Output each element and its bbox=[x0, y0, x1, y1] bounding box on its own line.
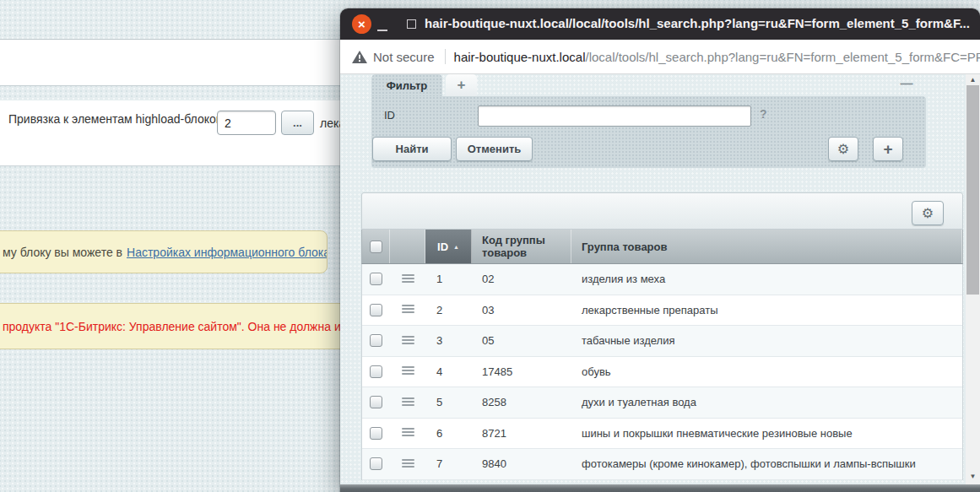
table-row[interactable]: 5 8258 духи и туалетная вода bbox=[362, 387, 962, 419]
row-checkbox[interactable] bbox=[370, 273, 382, 285]
find-button[interactable]: Найти bbox=[372, 137, 452, 161]
cell-group: духи и туалетная вода bbox=[571, 387, 962, 418]
row-checkbox[interactable] bbox=[370, 365, 382, 378]
cell-code: 8258 bbox=[472, 387, 571, 418]
row-checkbox-cell bbox=[362, 357, 390, 387]
url-text[interactable]: hair-boutique-nuxt.local/local/tools/hl_… bbox=[454, 50, 980, 64]
row-menu-icon[interactable] bbox=[402, 428, 414, 430]
cell-code: 05 bbox=[472, 326, 571, 356]
row-menu-icon[interactable] bbox=[402, 274, 414, 276]
sort-asc-icon: ▲ bbox=[453, 244, 459, 250]
filter-panel: ID ? Найти Отменить ⚙ + bbox=[371, 96, 926, 168]
row-menu-icon[interactable] bbox=[402, 397, 414, 399]
filter-collapse-button[interactable]: — bbox=[897, 76, 916, 93]
cell-group: фотокамеры (кроме кинокамер), фотовспышк… bbox=[571, 449, 962, 479]
row-menu-icon[interactable] bbox=[402, 336, 414, 338]
cancel-button[interactable]: Отменить bbox=[456, 137, 533, 161]
column-header-id[interactable]: ID ▲ bbox=[425, 230, 472, 263]
scroll-down-icon[interactable]: ▼ bbox=[966, 473, 980, 480]
table-row[interactable]: 3 05 табачные изделия bbox=[362, 326, 962, 357]
scroll-up-icon[interactable]: ▲ bbox=[966, 76, 980, 84]
column-header-group[interactable]: Группа товаров bbox=[571, 230, 962, 263]
row-checkbox-cell bbox=[362, 326, 390, 356]
highload-binding-input[interactable] bbox=[217, 111, 276, 135]
column-header-id-label: ID bbox=[437, 241, 448, 253]
row-checkbox-cell bbox=[362, 295, 390, 326]
filter-id-input[interactable] bbox=[478, 105, 751, 127]
cell-id: 1 bbox=[425, 264, 472, 295]
row-checkbox-cell bbox=[362, 264, 390, 295]
row-menu-header-cell bbox=[390, 230, 425, 263]
cell-group: обувь bbox=[571, 357, 962, 387]
row-checkbox-cell bbox=[362, 387, 390, 418]
row-checkbox-cell bbox=[362, 419, 390, 449]
grid-header-row: ID ▲ Код группы товаров Группа товаров bbox=[361, 230, 963, 264]
scrollbar[interactable]: ▲ ▼ bbox=[966, 74, 980, 484]
cell-code: 02 bbox=[472, 264, 571, 295]
column-header-code-label: Код группы товаров bbox=[482, 234, 571, 259]
cell-id: 2 bbox=[425, 295, 472, 326]
filter-tab-label: Фильтр bbox=[387, 79, 428, 92]
select-all-cell bbox=[362, 230, 390, 263]
url-host: hair-boutique-nuxt.local bbox=[454, 50, 586, 64]
filter-add-tab-button[interactable]: + bbox=[446, 74, 477, 96]
grid-toolbar: ⚙ bbox=[361, 192, 963, 230]
table-row[interactable]: 1 02 изделия из меха bbox=[362, 264, 962, 295]
screen: Привязка к элементам highload-блоков: ..… bbox=[0, 0, 980, 492]
cell-id: 6 bbox=[425, 419, 472, 449]
browser-url-bar[interactable]: Not secure hair-boutique-nuxt.local/loca… bbox=[340, 40, 980, 74]
maximize-icon[interactable] bbox=[407, 19, 416, 29]
row-menu-icon[interactable] bbox=[402, 459, 414, 461]
cell-code: 9840 bbox=[472, 449, 571, 479]
window-close-button[interactable]: × bbox=[352, 14, 371, 34]
row-menu-icon[interactable] bbox=[402, 305, 414, 306]
cell-id: 5 bbox=[425, 387, 472, 418]
gear-icon: ⚙ bbox=[837, 143, 849, 156]
table-row[interactable]: 7 9840 фотокамеры (кроме кинокамер), фот… bbox=[362, 449, 962, 480]
cell-group: изделия из меха bbox=[571, 264, 962, 295]
filter-id-label: ID bbox=[384, 109, 395, 122]
highload-browse-button[interactable]: ... bbox=[281, 111, 314, 135]
row-menu-cell bbox=[390, 264, 425, 295]
window-titlebar[interactable]: × hair-boutique-nuxt.local/local/tools/h… bbox=[340, 8, 980, 40]
select-all-checkbox[interactable] bbox=[370, 241, 382, 253]
filter-settings-button[interactable]: ⚙ bbox=[828, 137, 858, 161]
row-checkbox[interactable] bbox=[370, 304, 382, 316]
scrollbar-thumb[interactable] bbox=[966, 85, 979, 295]
row-checkbox[interactable] bbox=[370, 334, 382, 347]
data-grid: ⚙ ID ▲ Код группы товаров bbox=[361, 192, 963, 480]
close-icon: × bbox=[358, 18, 365, 30]
popup-window: × hair-boutique-nuxt.local/local/tools/h… bbox=[340, 8, 980, 492]
license-warning-text: продукта "1С-Битрикс: Управление сайтом"… bbox=[3, 320, 360, 333]
gear-icon: ⚙ bbox=[922, 207, 934, 220]
popup-content: Фильтр + — ID ? Найти Отменить ⚙ + bbox=[340, 74, 980, 492]
iblock-settings-link[interactable]: Настройках информационного блока. bbox=[127, 246, 328, 259]
row-menu-cell bbox=[390, 295, 425, 326]
cell-id: 3 bbox=[425, 326, 472, 356]
row-checkbox-cell bbox=[362, 449, 390, 479]
row-menu-cell bbox=[390, 357, 425, 387]
minimize-icon[interactable] bbox=[377, 30, 387, 31]
row-checkbox[interactable] bbox=[370, 427, 382, 440]
row-menu-icon[interactable] bbox=[402, 366, 414, 368]
collapse-icon: — bbox=[901, 76, 913, 90]
row-checkbox[interactable] bbox=[370, 396, 382, 408]
cell-group: лекарственные препараты bbox=[571, 295, 962, 326]
row-menu-cell bbox=[390, 387, 425, 418]
help-icon[interactable]: ? bbox=[760, 107, 767, 121]
column-header-code[interactable]: Код группы товаров bbox=[472, 230, 571, 263]
window-title: hair-boutique-nuxt.local/local/tools/hl_… bbox=[425, 16, 973, 30]
filter-tab[interactable]: Фильтр bbox=[371, 74, 442, 96]
plus-icon: + bbox=[458, 77, 466, 94]
table-row[interactable]: 6 8721 шины и покрышки пневматические ре… bbox=[362, 419, 962, 450]
grid-settings-button[interactable]: ⚙ bbox=[912, 201, 944, 225]
row-checkbox[interactable] bbox=[370, 457, 382, 470]
license-warning-notice: продукта "1С-Битрикс: Управление сайтом"… bbox=[0, 303, 360, 349]
row-menu-cell bbox=[390, 449, 425, 479]
table-row[interactable]: 4 17485 обувь bbox=[362, 357, 962, 388]
filter-add-field-button[interactable]: + bbox=[873, 137, 903, 161]
grid-footer-edge bbox=[340, 484, 980, 492]
table-row[interactable]: 2 03 лекарственные препараты bbox=[362, 295, 962, 327]
cell-id: 7 bbox=[425, 449, 472, 479]
cell-group: табачные изделия bbox=[571, 326, 962, 356]
